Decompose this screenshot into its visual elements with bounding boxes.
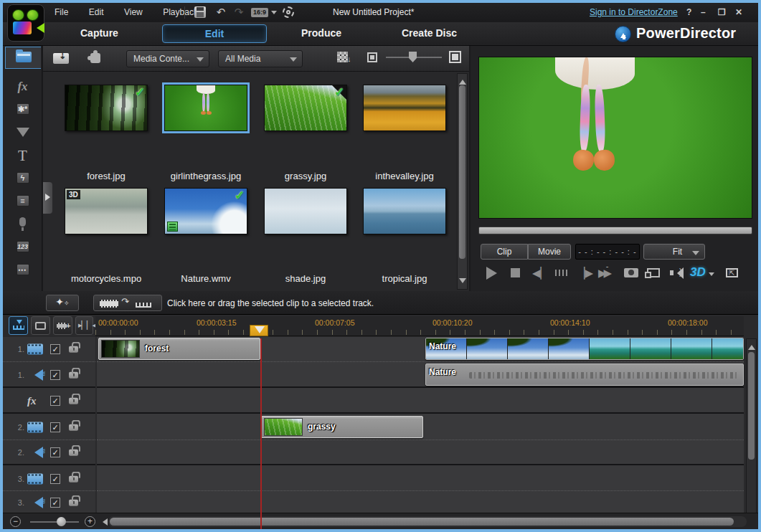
timeline-zoom-out-button[interactable]: − (10, 516, 21, 527)
track-lock-icon[interactable] (69, 398, 78, 404)
sidebar-item-audio-mixing-room[interactable]: ≡ (3, 191, 42, 212)
track-lane-audio-3[interactable] (97, 492, 744, 513)
next-frame-icon[interactable]: ▕▶ (577, 267, 593, 280)
zoom-out-thumbnails-icon[interactable] (367, 52, 377, 62)
tab-capture[interactable]: Capture (80, 22, 118, 44)
menu-file[interactable]: File (46, 3, 77, 22)
clip-forest[interactable]: forest (98, 338, 260, 360)
movie-mode-button[interactable]: Movie (528, 244, 571, 260)
undock-preview-icon[interactable]: ⇱ (726, 268, 738, 277)
track-enable-checkbox[interactable]: ✓ (50, 370, 60, 380)
media-thumbnail-forest[interactable]: ✓ (65, 85, 148, 131)
dual-preview-icon[interactable] (647, 268, 660, 277)
track-lane-fx[interactable] (97, 389, 744, 414)
minimize-button[interactable]: – (696, 3, 711, 22)
clip-nature-video[interactable]: Nature (425, 338, 744, 360)
aspect-ratio-badge[interactable]: 16:9 (251, 8, 268, 17)
media-thumbnail-girlinthegrass[interactable] (164, 85, 247, 131)
sidebar-item-subtitle-room[interactable]: ▪▪▪ (3, 260, 42, 281)
timeline-zoom-slider-handle[interactable] (57, 517, 66, 526)
3d-toggle[interactable]: 3D (690, 265, 706, 280)
tab-create-disc[interactable]: Create Disc (402, 22, 457, 44)
stop-icon[interactable] (511, 267, 520, 277)
track-lock-icon[interactable] (69, 475, 78, 482)
fit-dropdown[interactable]: Fit (643, 244, 705, 260)
close-button[interactable]: ✕ (730, 3, 747, 22)
aspect-ratio-caret-icon[interactable] (271, 11, 277, 17)
sign-in-link[interactable]: Sign in to DirectorZone (590, 7, 678, 17)
menu-view[interactable]: View (115, 3, 151, 22)
clip-mode-button[interactable]: Clip (481, 244, 528, 260)
track-content-area[interactable]: forest Nature Nature grassy (97, 337, 744, 529)
track-enable-checkbox[interactable]: ✓ (50, 474, 60, 484)
menu-edit[interactable]: Edit (80, 3, 113, 22)
tab-edit[interactable]: Edit (162, 24, 267, 43)
snapshot-camera-icon[interactable] (624, 268, 638, 277)
track-enable-checkbox[interactable]: ✓ (50, 498, 60, 508)
sidebar-item-title-room[interactable]: T (3, 145, 42, 166)
scroll-left-icon[interactable] (99, 518, 108, 526)
sidebar-item-chapter-room[interactable]: 123 (3, 237, 42, 258)
media-thumbnail-shade[interactable] (264, 188, 347, 234)
track-lock-icon[interactable] (69, 450, 78, 456)
insert-to-timeline-button[interactable]: ↷ (93, 295, 162, 311)
settings-gear-icon[interactable] (283, 6, 294, 18)
zoom-in-thumbnails-icon[interactable] (449, 51, 461, 63)
clip-grassy[interactable]: grassy (261, 416, 423, 438)
library-sort-button[interactable]: ↓ (337, 52, 353, 66)
play-icon[interactable] (486, 267, 504, 280)
media-content-dropdown[interactable]: Media Conte... (126, 50, 209, 67)
media-thumbnail-tropical[interactable] (363, 188, 446, 234)
scroll-up-icon[interactable] (459, 76, 466, 85)
sidebar-item-transition-room[interactable]: ϟ (3, 168, 42, 189)
track-lane-audio-2[interactable] (97, 441, 744, 465)
previous-frame-icon[interactable]: ◀▏ (532, 267, 549, 280)
timeline-ruler[interactable]: 00:00:00:00 00:00:03:15 00:00:07:05 00:0… (95, 316, 744, 336)
sidebar-item-particle-room[interactable] (3, 122, 42, 143)
sidebar-item-pip-objects-room[interactable]: ✱* (3, 99, 42, 120)
track-lock-icon[interactable] (69, 424, 78, 431)
timeline-hint-text[interactable]: Click here or drag the selected clip to … (167, 298, 374, 308)
fast-forward-icon[interactable]: ▶▶ (598, 267, 609, 280)
thumbnail-size-slider-handle[interactable] (409, 52, 417, 62)
preview-seek-bar[interactable] (478, 227, 752, 234)
magic-tools-button[interactable]: ✦✧ (46, 295, 79, 311)
playhead-marker[interactable] (250, 325, 268, 336)
timeline-vertical-scrollbar[interactable] (746, 338, 757, 529)
trim-icon[interactable] (555, 270, 568, 276)
all-media-dropdown[interactable]: All Media (218, 50, 303, 67)
library-scrollbar[interactable] (457, 73, 468, 290)
timeline-horizontal-scrollbar[interactable] (108, 516, 747, 527)
undo-icon[interactable]: ↶ (213, 3, 229, 22)
track-lock-icon[interactable] (69, 346, 78, 353)
save-icon[interactable] (194, 6, 206, 18)
scroll-up-icon[interactable] (748, 341, 755, 350)
help-button[interactable]: ? (681, 3, 696, 22)
timeline-view-button[interactable] (9, 316, 28, 335)
timeline-zoom-slider[interactable] (30, 521, 79, 523)
storyboard-view-button[interactable] (31, 316, 50, 335)
track-enable-checkbox[interactable]: ✓ (50, 422, 60, 432)
media-thumbnail-motorcycles[interactable]: 3D (65, 188, 148, 234)
3d-caret-icon[interactable] (709, 272, 714, 279)
library-scrollbar-thumb[interactable] (459, 85, 465, 259)
snap-toggle-button[interactable]: ▸▏▏◂ (75, 316, 93, 335)
redo-icon[interactable]: ↷ (231, 3, 247, 22)
scroll-down-icon[interactable] (459, 278, 466, 287)
media-thumbnail-inthevalley[interactable] (363, 85, 446, 131)
timecode-display[interactable]: - - : - - : - - : - - (575, 244, 640, 260)
playhead-line[interactable] (260, 338, 262, 529)
import-media-button[interactable]: ⇣ (53, 51, 70, 65)
media-thumbnail-grassy[interactable]: ✓ (264, 85, 347, 131)
sidebar-item-effect-room[interactable]: fx (3, 76, 42, 98)
track-manager-button[interactable]: + (53, 316, 72, 335)
maximize-button[interactable]: ❒ (713, 3, 731, 22)
timeline-zoom-in-button[interactable]: + (85, 516, 95, 527)
track-enable-checkbox[interactable]: ✓ (50, 344, 60, 354)
clip-nature-audio[interactable]: Nature (425, 364, 744, 386)
track-enable-checkbox[interactable]: ✓ (50, 447, 60, 457)
library-flyout-handle[interactable] (43, 182, 52, 214)
sidebar-item-voiceover-room[interactable] (3, 214, 42, 235)
track-lock-icon[interactable] (69, 499, 78, 505)
track-lane-video-3[interactable] (97, 467, 744, 491)
